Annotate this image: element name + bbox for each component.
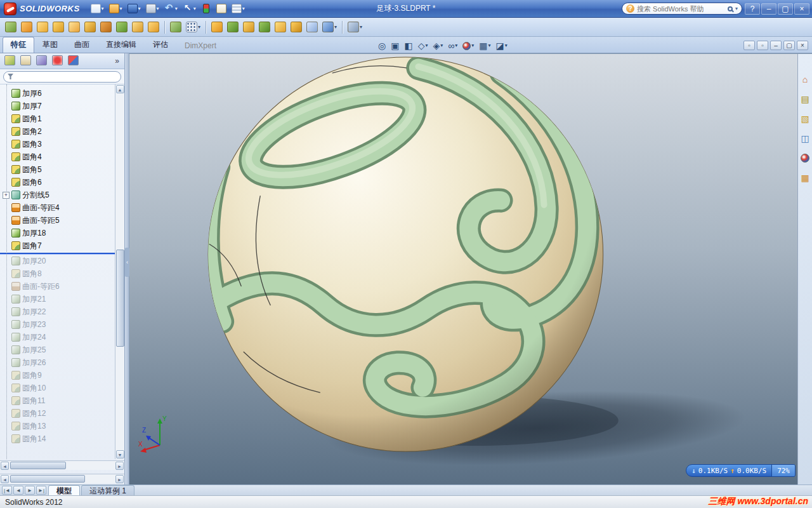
nav-first-button[interactable]: |◄ <box>2 486 12 495</box>
macro-tool-17-button[interactable] <box>273 20 287 34</box>
tree-item[interactable]: 曲面-等距5 <box>0 214 115 227</box>
panel-splitter[interactable]: ‹ <box>125 53 129 485</box>
tree-item[interactable]: 圆角11 <box>0 394 115 407</box>
appearances-scenes-button[interactable] <box>799 152 811 164</box>
macro-tool-18-button[interactable] <box>289 20 303 34</box>
macro-tool-08-button[interactable] <box>115 20 129 34</box>
tree-item[interactable]: 加厚26 <box>0 356 115 369</box>
tab-surfaces[interactable]: 曲面 <box>66 37 98 53</box>
file-properties-button[interactable] <box>214 3 228 15</box>
open-document-button[interactable]: ▾ <box>107 3 124 15</box>
macro-grid-button[interactable]: ▾ <box>185 20 202 34</box>
displaymanager-tab[interactable] <box>67 54 80 69</box>
tree-item[interactable]: 圆角7 <box>0 239 115 252</box>
nav-last-button[interactable]: ►| <box>36 486 46 495</box>
tree-item[interactable]: 圆角14 <box>0 432 115 445</box>
dimxpertmanager-tab[interactable] <box>51 54 64 69</box>
tree-item[interactable]: 加厚24 <box>0 331 115 344</box>
nav-next-button[interactable]: ► <box>25 486 35 495</box>
hide-show-items-button[interactable]: ∞▾ <box>447 41 459 51</box>
macro-tool-20-button[interactable]: ▾ <box>321 20 338 34</box>
scroll-thumb[interactable] <box>116 250 124 347</box>
tree-item[interactable]: 圆角4 <box>0 150 115 163</box>
scroll-left-arrow[interactable]: ◄ <box>1 462 9 470</box>
scroll-left-arrow[interactable]: ◄ <box>1 475 9 483</box>
tree-filter-box[interactable] <box>3 71 121 83</box>
tab-features[interactable]: 特征 <box>3 37 34 53</box>
save-button[interactable]: ▾ <box>126 3 143 15</box>
download-speed-overlay[interactable]: ↓ 0.1KB/S ↑ 0.0KB/S 72% <box>686 464 796 477</box>
minimize-button[interactable]: – <box>761 3 776 15</box>
file-explorer-button[interactable]: ▧ <box>799 112 811 124</box>
tree-item[interactable]: 圆角10 <box>0 382 115 394</box>
panel-more-button[interactable]: » <box>113 57 121 65</box>
scroll-up-arrow[interactable]: ▲ <box>116 85 124 93</box>
tab-sketch[interactable]: 草图 <box>34 37 66 53</box>
doc-close-button[interactable]: × <box>797 41 808 50</box>
print-button[interactable]: ▾ <box>144 3 161 15</box>
tree-item[interactable]: 圆角12 <box>0 407 115 420</box>
graphics-area[interactable]: Y X Z ⌂▤▧◫▦ ↓ 0.1KB/S ↑ 0.0KB/S 72% <box>129 53 812 485</box>
scroll-right-arrow[interactable]: ► <box>115 475 124 483</box>
options-button[interactable]: ▾ <box>230 3 247 15</box>
macro-tool-15-button[interactable] <box>242 20 256 34</box>
macro-tool-09-button[interactable] <box>131 20 145 34</box>
tree-item[interactable]: 加厚21 <box>0 293 115 305</box>
section-view-button[interactable]: ◧ <box>403 41 414 51</box>
macro-tool-11-button[interactable] <box>169 20 183 34</box>
configurationmanager-tab[interactable] <box>35 54 48 69</box>
select-button[interactable]: ▾ <box>181 3 198 15</box>
tab-evaluate[interactable]: 评估 <box>145 37 176 53</box>
tree-item[interactable]: 曲面-等距6 <box>0 280 115 293</box>
tree-item[interactable]: 圆角5 <box>0 163 115 176</box>
macro-tool-01-button[interactable] <box>4 20 18 34</box>
solidworks-resources-button[interactable]: ⌂ <box>799 73 811 85</box>
rebuild-button[interactable] <box>199 3 213 15</box>
doc-restore-button[interactable]: ▢ <box>783 41 795 50</box>
macro-tool-06-button[interactable] <box>83 20 97 34</box>
new-document-button[interactable]: ▾ <box>89 3 106 15</box>
tree-item[interactable]: 圆角1 <box>0 112 115 125</box>
tree-item[interactable]: 加厚18 <box>0 227 115 239</box>
search-dropdown-icon[interactable]: ▾ <box>735 6 738 11</box>
macro-tool-10-button[interactable] <box>147 20 160 34</box>
tree-item[interactable]: +分割线5 <box>0 189 115 201</box>
expand-icon[interactable]: + <box>3 192 10 199</box>
tree-item[interactable]: 加厚6 <box>0 87 115 100</box>
tree-item[interactable]: 圆角6 <box>0 176 115 189</box>
macro-tool-13-button[interactable] <box>210 20 224 34</box>
help-search-box[interactable]: ? ▾ <box>622 3 742 15</box>
zoom-to-area-button[interactable]: ▣ <box>390 41 400 51</box>
search-input[interactable] <box>637 5 725 13</box>
macro-tool-19-button[interactable] <box>305 20 319 34</box>
scroll-down-arrow[interactable]: ▼ <box>116 450 124 458</box>
view-settings-button[interactable]: ◪▾ <box>495 41 509 51</box>
scroll-right-arrow[interactable]: ► <box>115 462 124 470</box>
tree-vertical-scrollbar[interactable]: ▲ ▼ <box>115 84 124 459</box>
design-library-button[interactable]: ▤ <box>799 93 811 105</box>
nav-prev-button[interactable]: ◄ <box>13 486 23 495</box>
window-tile-2-button[interactable]: ▫ <box>757 41 768 50</box>
tree-item[interactable]: 加厚7 <box>0 100 115 112</box>
help-button[interactable]: ? <box>745 3 760 15</box>
zoom-to-fit-button[interactable]: ◎ <box>377 41 387 51</box>
featuremanager-tab[interactable] <box>3 54 16 69</box>
tree-item[interactable]: 加厚20 <box>0 255 115 267</box>
close-button[interactable]: × <box>794 3 809 15</box>
tab-model[interactable]: 模型 <box>48 485 80 495</box>
soccer-ball-model[interactable] <box>129 54 812 485</box>
view-palette-button[interactable]: ◫ <box>799 132 811 144</box>
tab-motion-study-1[interactable]: 运动算例 1 <box>81 485 134 495</box>
undo-button[interactable]: ▾ <box>162 3 180 15</box>
apply-scene-button[interactable]: ▦▾ <box>478 41 492 51</box>
tree-item[interactable]: 曲面-等距4 <box>0 201 115 214</box>
display-style-button[interactable]: ◈▾ <box>432 41 445 51</box>
scroll-thumb[interactable] <box>10 462 66 469</box>
tree-item[interactable]: 加厚23 <box>0 318 115 331</box>
tree-item[interactable]: 圆角2 <box>0 125 115 138</box>
rollback-bar[interactable] <box>0 253 115 254</box>
custom-properties-button[interactable]: ▦ <box>799 171 811 184</box>
search-icon[interactable] <box>728 6 733 11</box>
macro-tool-07-button[interactable] <box>99 20 113 34</box>
macro-tool-21-button[interactable]: ▾ <box>346 20 363 34</box>
